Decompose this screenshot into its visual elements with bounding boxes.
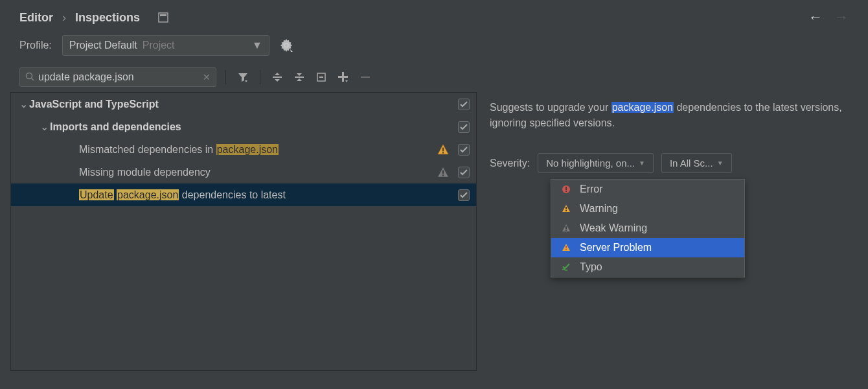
- breadcrumb-editor[interactable]: Editor: [19, 11, 53, 25]
- remove-icon[interactable]: [358, 69, 373, 85]
- svg-rect-15: [338, 76, 348, 78]
- search-input-container[interactable]: ✕: [19, 67, 216, 87]
- chevron-down-icon: ▼: [639, 159, 645, 167]
- warning-icon: [437, 144, 449, 156]
- back-arrow-icon[interactable]: ←: [808, 9, 823, 26]
- svg-rect-22: [442, 170, 444, 174]
- tree-item-missing[interactable]: Missing module dependency: [11, 161, 476, 183]
- severity-option-typo[interactable]: Typo: [551, 257, 744, 277]
- svg-rect-23: [442, 174, 444, 176]
- weak-warning-icon: [437, 167, 449, 178]
- svg-rect-35: [565, 249, 567, 250]
- svg-marker-5: [245, 80, 247, 82]
- svg-rect-25: [565, 187, 567, 190]
- separator: [260, 70, 260, 84]
- add-icon[interactable]: [336, 69, 351, 85]
- tree-item-mismatched[interactable]: Mismatched dependencies in package.json: [11, 138, 476, 161]
- svg-rect-34: [565, 246, 567, 248]
- breadcrumb: Editor › Inspections: [19, 11, 168, 25]
- severity-option-server[interactable]: Server Problem: [551, 238, 744, 257]
- forward-arrow-icon: →: [834, 9, 849, 26]
- severity-option-weak[interactable]: Weak Warning: [551, 218, 744, 238]
- chevron-down-icon: ▼: [717, 159, 724, 167]
- checkbox[interactable]: [458, 121, 470, 133]
- tree-item-label: Missing module dependency: [79, 167, 211, 178]
- tree-group-label: JavaScript and TypeScript: [29, 99, 159, 110]
- chevron-down-icon[interactable]: ⌄: [38, 121, 50, 133]
- svg-marker-11: [297, 78, 302, 81]
- svg-marker-16: [345, 80, 348, 82]
- severity-popup: Error Warning Weak Warning Server Proble…: [551, 179, 745, 277]
- chevron-down-icon[interactable]: ⌄: [17, 98, 29, 110]
- checkbox[interactable]: [458, 99, 470, 110]
- tree-item-update[interactable]: Update package.json dependencies to late…: [11, 183, 476, 206]
- severity-option-label: Weak Warning: [580, 222, 647, 234]
- severity-option-error[interactable]: Error: [551, 180, 744, 199]
- svg-rect-9: [295, 77, 304, 78]
- tree-item-label: Mismatched dependencies in package.json: [79, 144, 279, 156]
- svg-rect-1: [160, 14, 166, 16]
- chevron-down-icon: ▼: [252, 40, 262, 51]
- profile-label: Profile:: [19, 40, 52, 51]
- clear-search-icon[interactable]: ✕: [203, 72, 211, 82]
- window-icon[interactable]: [158, 12, 168, 23]
- svg-point-3: [27, 73, 32, 78]
- inspection-tree: ⌄ JavaScript and TypeScript ⌄ Imports an…: [10, 92, 477, 371]
- svg-marker-2: [290, 49, 293, 52]
- svg-rect-20: [442, 152, 444, 153]
- profile-value: Project Default: [69, 40, 137, 51]
- separator: [225, 70, 226, 84]
- scope-dropdown[interactable]: In All Sc...▼: [661, 153, 732, 173]
- svg-marker-10: [297, 73, 302, 76]
- chevron-right-icon: ›: [62, 11, 66, 25]
- checkbox[interactable]: [458, 167, 470, 178]
- tree-group-label: Imports and dependencies: [50, 121, 181, 133]
- inspection-description: Suggests to upgrade your package.json de…: [490, 100, 845, 131]
- svg-rect-17: [361, 77, 370, 78]
- inspection-details: Suggests to upgrade your package.json de…: [490, 92, 858, 371]
- svg-rect-29: [565, 210, 567, 211]
- severity-dropdown[interactable]: No highlighting, on...▼: [538, 153, 654, 173]
- error-icon: [560, 183, 572, 195]
- tree-item-label: Update package.json dependencies to late…: [79, 189, 286, 201]
- severity-option-label: Error: [580, 183, 603, 195]
- collapse-all-icon[interactable]: [291, 69, 307, 85]
- svg-rect-28: [565, 207, 567, 209]
- warning-icon: [560, 203, 572, 215]
- svg-rect-26: [565, 191, 567, 192]
- breadcrumb-inspections: Inspections: [75, 11, 140, 25]
- gear-icon[interactable]: [280, 39, 293, 52]
- svg-marker-8: [275, 79, 280, 82]
- severity-option-label: Warning: [580, 203, 618, 215]
- svg-marker-7: [275, 73, 280, 75]
- reset-icon[interactable]: [314, 69, 329, 85]
- severity-option-warning[interactable]: Warning: [551, 199, 744, 218]
- severity-label: Severity:: [490, 158, 530, 169]
- server-problem-icon: [560, 242, 572, 253]
- svg-rect-13: [319, 77, 323, 78]
- filter-icon[interactable]: [235, 69, 251, 85]
- severity-option-label: Server Problem: [580, 242, 652, 253]
- checkbox[interactable]: [458, 144, 470, 156]
- profile-scope: Project: [143, 40, 175, 51]
- svg-rect-32: [565, 230, 567, 231]
- profile-dropdown[interactable]: Project Default Project ▼: [62, 35, 269, 56]
- checkbox[interactable]: [458, 189, 470, 201]
- typo-icon: [560, 261, 572, 273]
- severity-option-label: Typo: [580, 261, 602, 273]
- tree-group-js-ts[interactable]: ⌄ JavaScript and TypeScript: [11, 93, 476, 115]
- svg-rect-6: [273, 77, 282, 78]
- svg-rect-19: [442, 147, 444, 151]
- expand-all-icon[interactable]: [269, 69, 285, 85]
- tree-group-imports[interactable]: ⌄ Imports and dependencies: [11, 115, 476, 138]
- search-icon: [25, 72, 34, 83]
- svg-line-4: [32, 78, 34, 80]
- search-input[interactable]: [38, 71, 203, 83]
- svg-rect-31: [565, 226, 567, 229]
- weak-warning-icon: [560, 222, 572, 234]
